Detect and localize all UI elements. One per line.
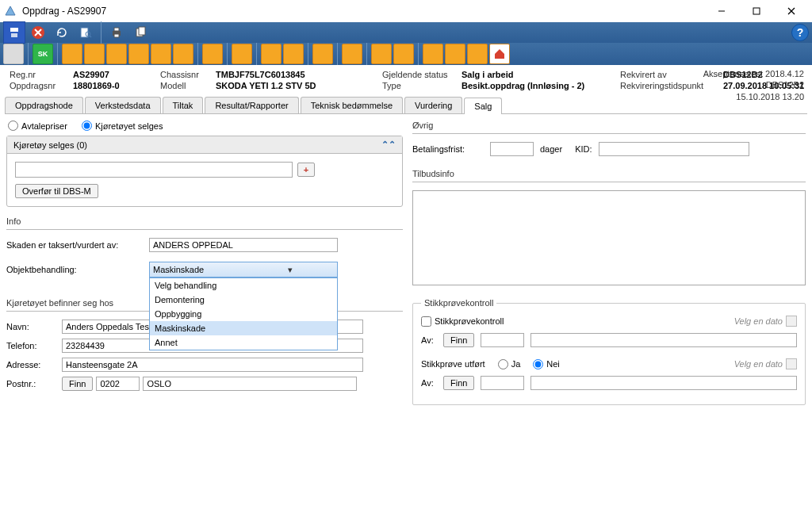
navn-label: Navn: [6, 322, 62, 331]
radio-ja[interactable]: Ja [498, 359, 521, 369]
betalingsfrist-label: Betalingsfrist: [412, 144, 484, 154]
svg-rect-1 [753, 8, 760, 14]
search-doc-icon[interactable] [75, 21, 97, 44]
meta-line-3: 15.10.2018 13.20 [703, 91, 804, 102]
combo-opt-1[interactable]: Demontering [150, 293, 337, 307]
type-value: Besikt.oppdrag (Innløsing - 2) [462, 81, 620, 90]
av-name-1[interactable] [530, 333, 797, 347]
tab-teknisk[interactable]: Teknisk bedømmelse [301, 97, 403, 113]
av-code-2[interactable] [481, 376, 524, 390]
taksert-label: Skaden er taksert/vurdert av: [6, 240, 149, 250]
collapse-icon[interactable]: ⌃⌃ [381, 140, 396, 150]
tilbudsinfo-textarea[interactable] [412, 190, 806, 285]
tool-btn-10[interactable] [261, 44, 282, 64]
adresse-label: Adresse: [6, 360, 62, 369]
selges-search-input[interactable] [15, 162, 293, 178]
tool-btn-9[interactable] [232, 44, 252, 64]
av-name-2[interactable] [530, 376, 797, 390]
copy-icon[interactable] [129, 21, 151, 44]
stikkprove-checkbox[interactable]: Stikkprøvekontroll [421, 316, 504, 327]
oppdragsnr-value: 18801869-0 [73, 81, 160, 90]
combo-opt-3[interactable]: Maskinskade [150, 321, 337, 335]
radio-selges[interactable]: Kjøretøyet selges [82, 121, 163, 131]
radio-nei[interactable]: Nei [533, 359, 560, 369]
maximize-button[interactable] [739, 0, 774, 22]
toolbar-bottom: SK [0, 43, 812, 65]
cancel-icon[interactable] [27, 21, 49, 44]
utfort-label: Stikkprøve utført [421, 359, 485, 369]
combo-opt-0[interactable]: Velg behandling [150, 278, 337, 293]
minimize-button[interactable] [704, 0, 739, 22]
modell-label: Modell [160, 81, 216, 90]
postnr-finn-button[interactable]: Finn [62, 377, 93, 391]
close-button[interactable] [774, 0, 809, 22]
objektbehandling-combo[interactable]: Maskinskade ▾ Velg behandling Demonterin… [149, 262, 338, 277]
tool-btn-1[interactable] [3, 44, 24, 64]
finn-button-1[interactable]: Finn [443, 333, 474, 347]
tool-btn-2[interactable] [62, 44, 82, 64]
date-picker-2[interactable]: Velg en dato [734, 358, 797, 369]
tab-vurdering[interactable]: Vurdering [404, 97, 462, 113]
tab-tiltak[interactable]: Tiltak [163, 97, 204, 113]
combo-opt-2[interactable]: Oppbygging [150, 307, 337, 321]
tool-btn-16[interactable] [423, 44, 443, 64]
taksert-input[interactable] [149, 238, 338, 252]
svg-rect-6 [11, 33, 17, 37]
tool-btn-18[interactable] [467, 44, 488, 64]
type-label: Type [382, 81, 462, 90]
radio-avtalepriser[interactable]: Avtalepriser [8, 121, 67, 131]
tab-oppdragshode[interactable]: Oppdragshode [5, 97, 83, 113]
combo-opt-4[interactable]: Annet [150, 335, 337, 350]
tab-resultat[interactable]: Resultat/Rapporter [205, 97, 298, 113]
av-label-1: Av: [421, 335, 437, 345]
kid-label: KID: [575, 144, 592, 154]
tool-btn-6[interactable] [151, 44, 171, 64]
tab-verkstedsdata[interactable]: Verkstedsdata [85, 97, 161, 113]
panel-kjoretoy-selges: Kjøretøy selges (0) ⌃⌃ + Overfør til DBS… [6, 136, 403, 207]
gjeldende-status-label: Gjeldende status [382, 70, 462, 79]
print-icon[interactable] [105, 21, 128, 44]
kid-input[interactable] [599, 142, 749, 156]
regnr-label: Reg.nr [10, 70, 73, 79]
tabbar: Oppdragshode Verkstedsdata Tiltak Result… [5, 97, 807, 114]
adresse-input[interactable] [62, 358, 363, 372]
tool-btn-15[interactable] [393, 44, 414, 64]
postnr-input[interactable] [96, 377, 140, 391]
tool-btn-7[interactable] [173, 44, 193, 64]
svg-rect-5 [10, 28, 18, 32]
tool-btn-17[interactable] [445, 44, 465, 64]
toolbar-top: ? [0, 22, 812, 43]
help-icon[interactable]: ? [791, 24, 809, 41]
tool-btn-13[interactable] [342, 44, 362, 64]
objektbehandling-dropdown: Velg behandling Demontering Oppbygging M… [149, 277, 338, 350]
tool-btn-19[interactable] [489, 44, 510, 64]
tool-btn-12[interactable] [312, 44, 333, 64]
panel-selges-title: Kjøretøy selges (0) [13, 140, 87, 150]
combo-selected: Maskinskade [150, 265, 243, 274]
tool-btn-8[interactable] [202, 44, 223, 64]
av-code-1[interactable] [481, 333, 524, 347]
chassisnr-value: TMBJF75L7C6013845 [216, 70, 382, 79]
overfor-dbsm-button[interactable]: Overfør til DBS-M [15, 184, 98, 198]
finn-button-2[interactable]: Finn [443, 376, 474, 390]
betalingsfrist-input[interactable] [490, 142, 534, 156]
tool-btn-sk[interactable]: SK [33, 44, 53, 64]
add-button[interactable]: + [297, 163, 315, 177]
date-picker-1[interactable]: Velg en dato [734, 316, 797, 327]
meta-line-1: Akseptansetest 2018.4.12 [703, 68, 804, 79]
tool-btn-11[interactable] [283, 44, 304, 64]
tool-btn-4[interactable] [106, 44, 127, 64]
av-label-2: Av: [421, 378, 437, 388]
chassisnr-label: Chassisnr [160, 70, 216, 79]
tool-btn-5[interactable] [128, 44, 149, 64]
svg-rect-15 [114, 34, 119, 37]
footer-meta: Akseptansetest 2018.4.12 DBS12B2 15.10.2… [703, 68, 804, 102]
poststed-input[interactable] [143, 377, 357, 391]
tool-btn-14[interactable] [371, 44, 392, 64]
refresh-icon[interactable] [51, 21, 73, 44]
save-icon[interactable] [3, 21, 25, 44]
summary-header: Reg.nr AS29907 Chassisnr TMBJF75L7C60138… [0, 65, 812, 97]
svg-line-12 [90, 36, 91, 37]
tool-btn-3[interactable] [84, 44, 105, 64]
tab-salg[interactable]: Salg [464, 98, 502, 114]
